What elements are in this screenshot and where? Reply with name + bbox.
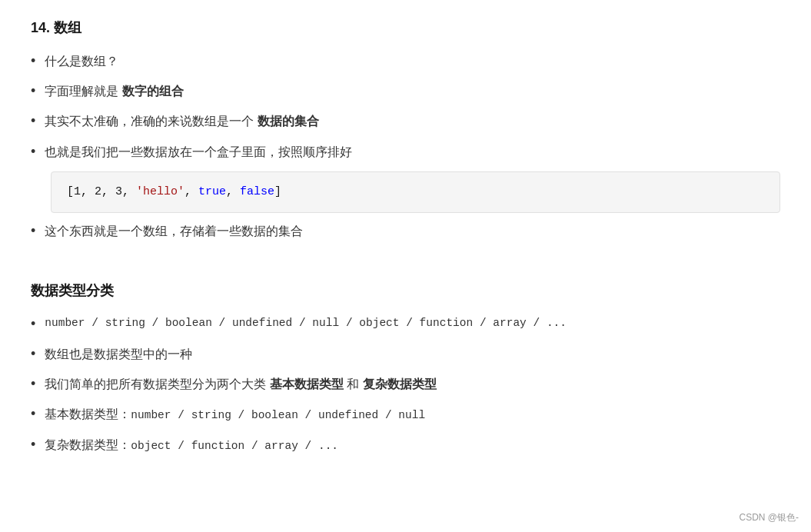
code-bool-false: false	[240, 185, 274, 198]
bullet-text: 这个东西就是一个数组，存储着一些数据的集合	[45, 221, 303, 241]
bullet-text: 其实不太准确，准确的来说数组是一个 数据的集合	[45, 111, 318, 131]
list-item: number / string / boolean / undefined / …	[31, 314, 780, 334]
footer-brand: CSDN @银色-	[739, 511, 799, 524]
bullet-text: 字面理解就是 数字的组合	[45, 81, 183, 101]
section-datatypes: 数据类型分类 number / string / boolean / undef…	[31, 281, 780, 456]
list-item: 也就是我们把一些数据放在一个盒子里面，按照顺序排好	[31, 141, 780, 162]
spacer	[31, 266, 780, 281]
code-bracket: ]	[274, 185, 281, 198]
bullet-text: 我们简单的把所有数据类型分为两个大类 基本数据类型 和 复杂数据类型	[45, 374, 436, 394]
bullet-text: 基本数据类型：number / string / boolean / undef…	[45, 404, 425, 425]
code-punct2: ,	[226, 185, 240, 198]
list-item: 其实不太准确，准确的来说数组是一个 数据的集合	[31, 111, 780, 131]
list-item: 数组也是数据类型中的一种	[31, 344, 780, 364]
code-string: 'hello'	[136, 185, 184, 198]
list-item: 这个东西就是一个数组，存储着一些数据的集合	[31, 221, 780, 241]
list-item: 什么是数组？	[31, 51, 780, 71]
datatypes-bullet-list: number / string / boolean / undefined / …	[31, 314, 780, 456]
list-item: 基本数据类型：number / string / boolean / undef…	[31, 404, 780, 425]
section-array: 14. 数组 什么是数组？ 字面理解就是 数字的组合 其实不太准确，准确的来说数…	[31, 18, 780, 241]
code-bool-true: true	[198, 185, 226, 198]
code-num: [1, 2, 3,	[67, 185, 136, 198]
list-item: 我们简单的把所有数据类型分为两个大类 基本数据类型 和 复杂数据类型	[31, 374, 780, 394]
bullet-text: 什么是数组？	[45, 51, 118, 71]
bullet-text: 复杂数据类型：object / function / array / ...	[45, 434, 338, 456]
array-bullet-list-after: 这个东西就是一个数组，存储着一些数据的集合	[31, 221, 780, 241]
code-block-array: [1, 2, 3, 'hello', true, false]	[51, 171, 780, 213]
bullet-code-text: number / string / boolean / undefined / …	[45, 314, 567, 333]
list-item: 复杂数据类型：object / function / array / ...	[31, 434, 780, 456]
section-array-title: 14. 数组	[31, 18, 780, 37]
code-punct: ,	[184, 185, 198, 198]
bullet-text: 数组也是数据类型中的一种	[45, 344, 192, 364]
array-bullet-list: 什么是数组？ 字面理解就是 数字的组合 其实不太准确，准确的来说数组是一个 数据…	[31, 51, 780, 162]
bullet-text: 也就是我们把一些数据放在一个盒子里面，按照顺序排好	[45, 141, 352, 162]
list-item: 字面理解就是 数字的组合	[31, 81, 780, 101]
section-datatypes-title: 数据类型分类	[31, 281, 780, 300]
